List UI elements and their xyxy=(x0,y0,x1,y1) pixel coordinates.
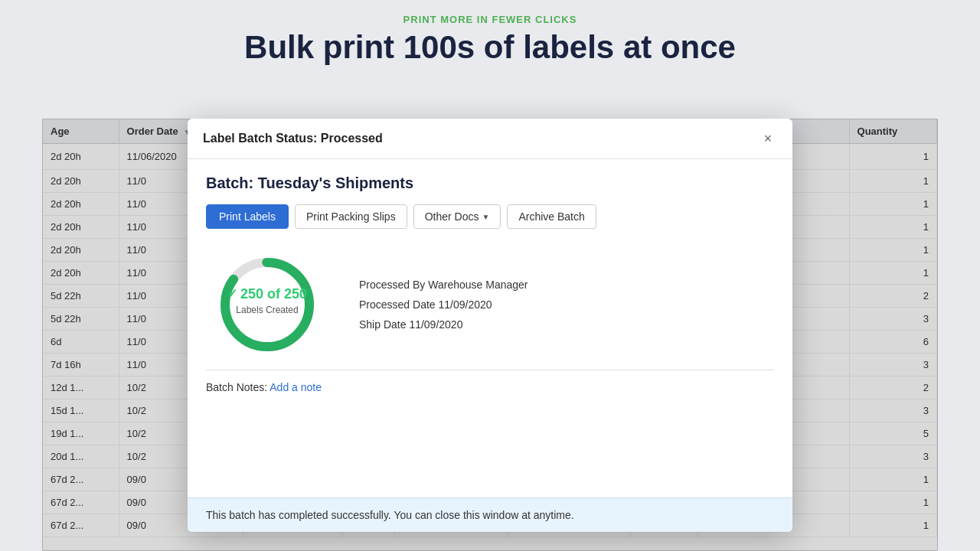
processed-date-label: Processed Date xyxy=(359,298,436,311)
modal-close-button[interactable]: × xyxy=(759,129,777,148)
batch-notes-row: Batch Notes: Add a note xyxy=(206,381,774,393)
modal-header: Label Batch Status: Processed × xyxy=(188,119,792,159)
print-labels-button[interactable]: Print Labels xyxy=(206,204,289,229)
label-batch-modal: Label Batch Status: Processed × Batch: T… xyxy=(188,119,792,532)
checkmark-icon: ✓ xyxy=(227,286,237,302)
processed-by-value: Warehouse Manager xyxy=(428,279,528,291)
progress-donut: ✓ 250 of 250 Labels Created xyxy=(206,247,328,354)
banner-title: Bulk print 100s of labels at once xyxy=(0,30,980,65)
modal-footer: This batch has completed successfully. Y… xyxy=(188,497,792,532)
add-note-link[interactable]: Add a note xyxy=(270,381,322,393)
batch-info-details: Processed By Warehouse Manager Processed… xyxy=(359,271,528,331)
progress-info-row: ✓ 250 of 250 Labels Created Processed By… xyxy=(206,247,774,354)
processed-date-value: 11/09/2020 xyxy=(439,298,492,311)
donut-center-text: ✓ 250 of 250 Labels Created xyxy=(227,285,307,317)
modal-divider xyxy=(206,370,774,370)
processed-date-row: Processed Date 11/09/2020 xyxy=(359,298,528,311)
print-packing-slips-button[interactable]: Print Packing Slips xyxy=(295,204,407,229)
processed-by-label: Processed By xyxy=(359,279,425,291)
modal-body: Batch: Tuesday's Shipments Print Labels … xyxy=(188,159,792,497)
ship-date-value: 11/09/2020 xyxy=(409,318,462,331)
marketing-banner: PRINT MORE IN FEWER CLICKS Bulk print 10… xyxy=(0,0,980,76)
batch-notes-label: Batch Notes: xyxy=(206,381,267,393)
donut-count: ✓ 250 of 250 xyxy=(227,285,307,303)
footer-message: This batch has completed successfully. Y… xyxy=(206,509,574,521)
batch-name: Batch: Tuesday's Shipments xyxy=(206,174,774,192)
ship-date-label: Ship Date xyxy=(359,318,406,331)
modal-title: Label Batch Status: Processed xyxy=(203,132,383,145)
other-docs-dropdown-icon: ▼ xyxy=(482,213,489,221)
donut-label: Labels Created xyxy=(227,305,307,317)
other-docs-button[interactable]: Other Docs ▼ xyxy=(413,204,501,229)
banner-subtitle: PRINT MORE IN FEWER CLICKS xyxy=(0,14,980,25)
modal-content-area xyxy=(206,406,774,482)
action-buttons-row: Print Labels Print Packing Slips Other D… xyxy=(206,204,774,229)
archive-batch-button[interactable]: Archive Batch xyxy=(507,204,596,229)
processed-by-row: Processed By Warehouse Manager xyxy=(359,279,528,291)
ship-date-row: Ship Date 11/09/2020 xyxy=(359,318,528,331)
